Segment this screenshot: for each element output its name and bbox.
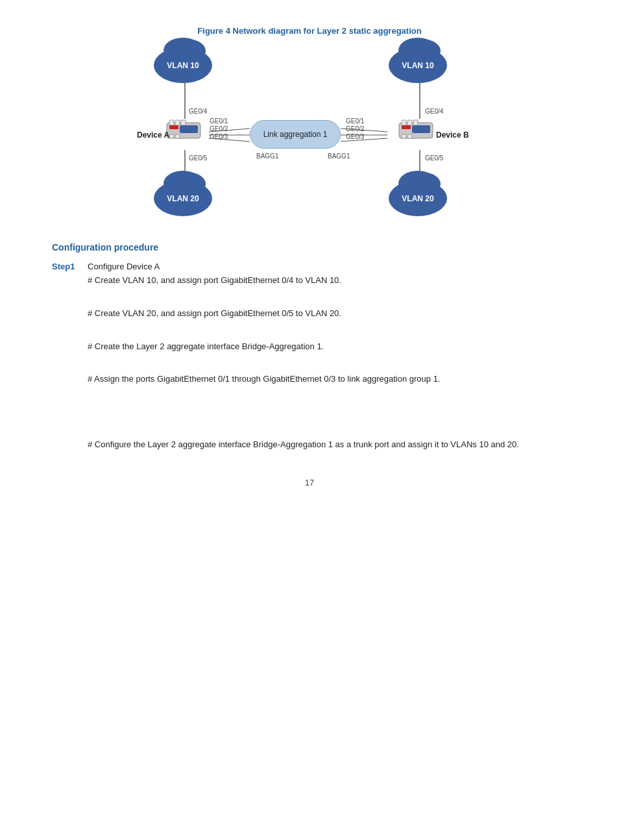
vlan20-left: VLAN 20 xyxy=(154,180,212,216)
port-ge05-left: GE0/5 xyxy=(189,154,207,162)
vlan10-left: VLAN 10 xyxy=(154,47,212,83)
svg-rect-20 xyxy=(407,120,412,125)
svg-rect-22 xyxy=(402,125,411,129)
svg-rect-14 xyxy=(169,125,178,129)
instruction3-text: # Create the Layer 2 aggregate interface… xyxy=(88,340,567,354)
step1-container: Step1 Configure Device A xyxy=(52,262,567,271)
port-ge01-right: GE0/1 xyxy=(346,117,364,125)
vlan10-right: VLAN 10 xyxy=(389,47,447,83)
vlan20-right: VLAN 20 xyxy=(389,180,447,216)
svg-rect-19 xyxy=(402,120,406,125)
instruction4-block: # Assign the ports GigabitEthernet 0/1 t… xyxy=(88,373,567,386)
instruction4-text: # Assign the ports GigabitEthernet 0/1 t… xyxy=(88,373,567,386)
instruction1-block: # Create VLAN 10, and assign port Gigabi… xyxy=(88,274,567,288)
device-b-label: Device B xyxy=(436,130,469,140)
port-ge03-right: GE0/3 xyxy=(346,133,364,140)
svg-rect-12 xyxy=(175,120,180,125)
svg-rect-13 xyxy=(181,120,186,125)
step1-text: Configure Device A xyxy=(88,262,160,271)
link-aggregation-box: Link aggregation 1 xyxy=(250,120,341,149)
svg-rect-15 xyxy=(180,125,198,133)
port-ge02-right: GE0/2 xyxy=(346,125,364,132)
instruction5-text: # Configure the Layer 2 aggregate interf… xyxy=(88,438,567,452)
svg-rect-23 xyxy=(412,125,430,133)
device-a-icon xyxy=(165,117,202,145)
instruction1-text: # Create VLAN 10, and assign port Gigabi… xyxy=(88,274,567,288)
config-section: Configuration procedure Step1 Configure … xyxy=(52,242,567,452)
bagg1-left: BAGG1 xyxy=(256,153,278,160)
page-number: 17 xyxy=(52,478,567,488)
port-ge04-left: GE0/4 xyxy=(189,108,207,115)
network-diagram: VLAN 10 VLAN 20 VLAN 10 VLAN 20 xyxy=(89,47,530,223)
port-ge03-left: GE0/3 xyxy=(210,133,228,140)
instruction2-block: # Create VLAN 20, and assign port Gigabi… xyxy=(88,307,567,321)
port-ge05-right: GE0/5 xyxy=(425,154,443,162)
svg-rect-25 xyxy=(407,134,412,138)
device-b-icon xyxy=(398,117,434,145)
bagg1-right: BAGG1 xyxy=(328,153,350,160)
port-ge02-left: GE0/2 xyxy=(210,125,228,132)
svg-rect-17 xyxy=(175,134,180,138)
step1-label: Step1 xyxy=(52,262,88,271)
svg-rect-16 xyxy=(169,134,174,138)
port-ge04-right: GE0/4 xyxy=(425,108,443,115)
instruction2-text: # Create VLAN 20, and assign port Gigabi… xyxy=(88,307,567,321)
instruction5-block: # Configure the Layer 2 aggregate interf… xyxy=(88,438,567,452)
figure-title: Figure 4 Network diagram for Layer 2 sta… xyxy=(197,26,421,36)
svg-rect-21 xyxy=(413,120,418,125)
svg-rect-24 xyxy=(402,134,406,138)
svg-rect-11 xyxy=(169,120,174,125)
figure-section: Figure 4 Network diagram for Layer 2 sta… xyxy=(52,26,567,223)
device-a-label: Device A xyxy=(137,130,169,140)
config-section-title: Configuration procedure xyxy=(52,242,567,253)
port-ge01-left: GE0/1 xyxy=(210,117,228,125)
instruction3-block: # Create the Layer 2 aggregate interface… xyxy=(88,340,567,354)
